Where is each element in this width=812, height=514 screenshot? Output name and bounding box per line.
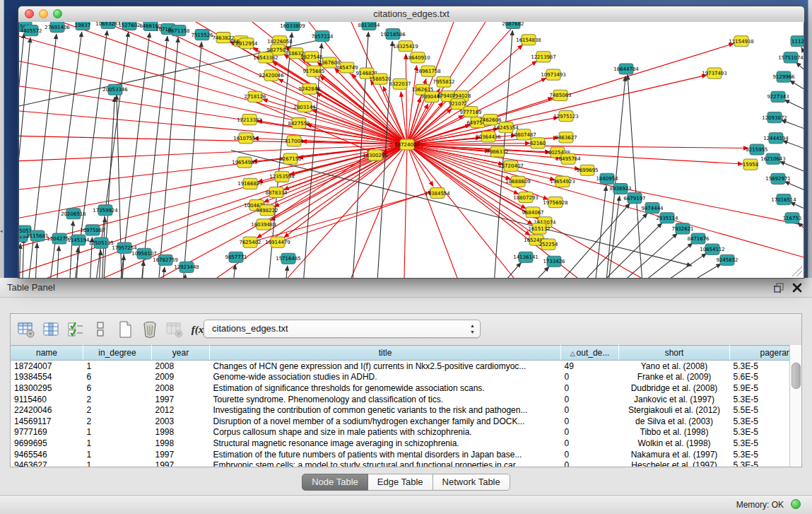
- table-cell[interactable]: 9777169: [11, 427, 83, 438]
- graph-node[interactable]: 1840954: [596, 173, 618, 184]
- table-cell[interactable]: 1997: [152, 394, 210, 405]
- graph-node[interactable]: 11154938: [729, 36, 754, 47]
- table-cell[interactable]: Wolkin et al. (1998): [619, 438, 730, 449]
- table-cell[interactable]: 18300295: [11, 382, 83, 394]
- graph-node[interactable]: 4405572: [20, 25, 42, 36]
- table-row[interactable]: 1938455462009Genome-wide association stu…: [11, 372, 790, 383]
- table-cell[interactable]: 0: [561, 427, 619, 438]
- graph-node[interactable]: 16033809: [280, 22, 305, 31]
- table-cell[interactable]: de Silva et al. (2003): [619, 416, 730, 427]
- graph-node[interactable]: 8471676: [687, 233, 710, 244]
- graph-node[interactable]: 62160: [530, 138, 546, 148]
- graph-node[interactable]: 1112: [791, 36, 804, 47]
- graph-node[interactable]: 2087682: [502, 22, 524, 29]
- table-cell[interactable]: 49: [561, 361, 619, 372]
- graph-node[interactable]: 7955812: [433, 76, 454, 87]
- table-cell[interactable]: 1997: [152, 449, 210, 460]
- table-cell[interactable]: 5.3E-5: [730, 394, 791, 405]
- column-header-pagerank[interactable]: pagerank: [730, 346, 791, 361]
- table-row[interactable]: 911546021997Tourette syndrome. Phenomeno…: [11, 394, 790, 405]
- table-cell[interactable]: 2008: [152, 382, 210, 394]
- table-cell[interactable]: 5.3E-5: [730, 361, 791, 372]
- table-cell[interactable]: Structural magnetic resonance image aver…: [210, 438, 561, 449]
- new-table-icon[interactable]: [114, 318, 136, 341]
- table-cell[interactable]: 1: [83, 460, 152, 467]
- graph-node[interactable]: 8267150: [279, 153, 301, 164]
- table-cell[interactable]: 1: [83, 427, 152, 438]
- table-cell[interactable]: Dudbridge et al. (2008): [619, 382, 730, 394]
- graph-node[interactable]: 12353594: [269, 171, 295, 182]
- table-cell[interactable]: 0: [561, 404, 619, 416]
- table-cell[interactable]: Yano et al. (2008): [619, 361, 730, 372]
- table-cell[interactable]: 5.5E-5: [730, 404, 791, 416]
- graph-node[interactable]: 12975123: [553, 111, 579, 122]
- graph-node[interactable]: 8322037: [389, 78, 411, 89]
- scrollbar-thumb[interactable]: [792, 363, 801, 389]
- tab-edge-table[interactable]: Edge Table: [368, 474, 433, 491]
- graph-node[interactable]: 16961758: [416, 66, 441, 76]
- table-cell[interactable]: 5.3E-5: [730, 427, 791, 438]
- table-cell[interactable]: Changes of HCN gene expression and I(f) …: [210, 361, 561, 372]
- table-cell[interactable]: 1: [83, 449, 152, 460]
- table-cell[interactable]: 9463627: [11, 460, 83, 467]
- table-cell[interactable]: 0: [561, 372, 619, 383]
- graph-node[interactable]: 18495764: [555, 153, 581, 164]
- float-panel-icon[interactable]: [772, 281, 785, 294]
- table-cell[interactable]: 1998: [152, 427, 210, 438]
- graph-node[interactable]: 19654923: [550, 176, 575, 187]
- table-cell[interactable]: 2009: [152, 372, 210, 383]
- graph-node[interactable]: 7625402: [239, 237, 261, 247]
- graph-node[interactable]: 10973493: [541, 69, 566, 80]
- table-selector-dropdown[interactable]: citations_edges.txt ▲▼: [204, 320, 481, 338]
- graph-node[interactable]: 12093872: [762, 112, 787, 123]
- table-cell[interactable]: Tourette syndrome. Phenomenology and cla…: [210, 394, 561, 405]
- graph-node[interactable]: 18807293: [513, 192, 539, 202]
- graph-node[interactable]: 252254: [539, 239, 558, 250]
- table-cell[interactable]: 0: [561, 438, 619, 449]
- graph-node[interactable]: 2718126: [244, 91, 266, 102]
- select-all-icon[interactable]: [64, 318, 87, 341]
- table-cell[interactable]: 5.9E-5: [730, 382, 791, 394]
- graph-node[interactable]: 19654985: [232, 157, 257, 168]
- table-cell[interactable]: Genome-wide association studies in ADHD.: [210, 372, 561, 383]
- table-cell[interactable]: 9115460: [11, 394, 83, 405]
- table-cell[interactable]: 5.3E-5: [730, 460, 791, 467]
- network-window-titlebar[interactable]: citations_edges.txt: [18, 6, 804, 23]
- graph-node[interactable]: 7857224: [311, 31, 334, 42]
- table-cell[interactable]: Hescheler et al. (1997): [619, 460, 730, 467]
- table-cell[interactable]: Nakamura et al. (1997): [619, 449, 730, 460]
- graph-node[interactable]: 15716485: [276, 253, 301, 264]
- table-options-icon[interactable]: [15, 318, 37, 341]
- minimize-window-button[interactable]: [39, 9, 48, 18]
- graph-node[interactable]: 7932621: [671, 223, 693, 234]
- table-cell[interactable]: 19384554: [11, 372, 83, 383]
- table-cell[interactable]: Franke et al. (2009): [619, 372, 730, 383]
- table-cell[interactable]: 1: [83, 438, 152, 449]
- graph-node[interactable]: 2935114: [656, 213, 678, 223]
- graph-node[interactable]: 12213383: [237, 115, 262, 125]
- table-cell[interactable]: Disruption of a novel member of a sodium…: [210, 416, 561, 427]
- network-canvas[interactable]: 1505944055722769140619837106532871527602…: [19, 22, 804, 278]
- tab-node-table[interactable]: Node Table: [302, 474, 368, 491]
- column-header-year[interactable]: year: [152, 346, 210, 361]
- graph-node[interactable]: 19837: [75, 22, 90, 30]
- row-height-icon[interactable]: [89, 318, 112, 341]
- graph-node[interactable]: 9463627: [555, 132, 577, 143]
- graph-node[interactable]: 19756928: [543, 197, 568, 208]
- graph-node[interactable]: 1145194: [67, 235, 90, 245]
- table-vertical-scrollbar[interactable]: [789, 345, 801, 467]
- table-row[interactable]: 977716911998Corpus callosum shape and si…: [11, 427, 790, 438]
- table-row[interactable]: 969969511998Structural magnetic resonanc…: [11, 438, 790, 449]
- zoom-window-button[interactable]: [53, 9, 62, 18]
- show-columns-icon[interactable]: [40, 318, 62, 341]
- graph-node[interactable]: 8813054: [358, 22, 380, 30]
- graph-node[interactable]: 9129966: [772, 71, 795, 82]
- table-cell[interactable]: 5.3E-5: [730, 416, 791, 427]
- graph-node[interactable]: 15751074: [778, 52, 804, 63]
- graph-node[interactable]: 14136141: [513, 252, 539, 262]
- panel-expand-arrow-icon[interactable]: ◂: [0, 228, 3, 234]
- graph-node[interactable]: 16644784: [613, 64, 639, 74]
- table-row[interactable]: 1456911722003Disruption of a novel membe…: [11, 416, 790, 427]
- graph-node[interactable]: 7515526: [191, 30, 213, 40]
- table-cell[interactable]: Estimation of significance thresholds fo…: [210, 382, 561, 394]
